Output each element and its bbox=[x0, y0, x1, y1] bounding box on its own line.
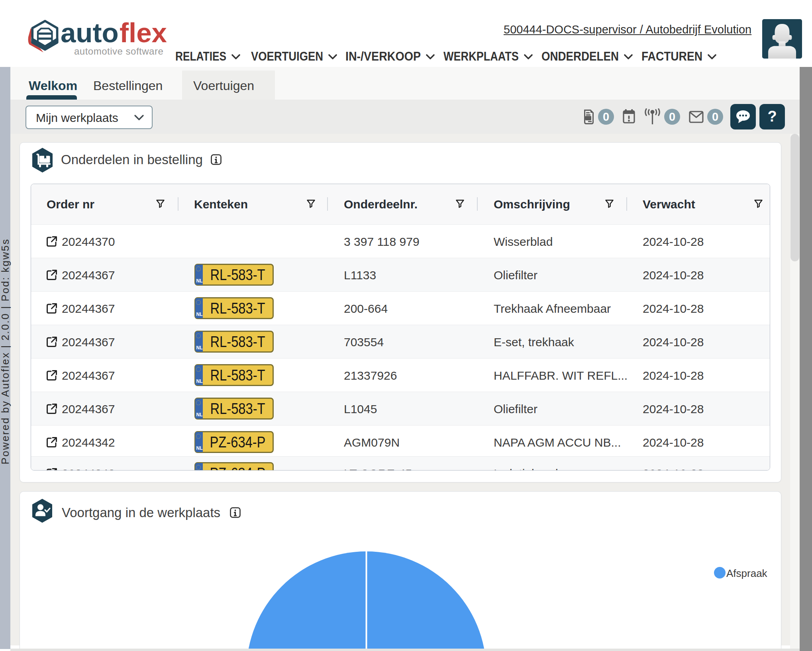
svg-text:auto: auto bbox=[61, 18, 119, 48]
svg-text:flex: flex bbox=[120, 18, 167, 48]
svg-text:automotive software: automotive software bbox=[74, 46, 163, 57]
